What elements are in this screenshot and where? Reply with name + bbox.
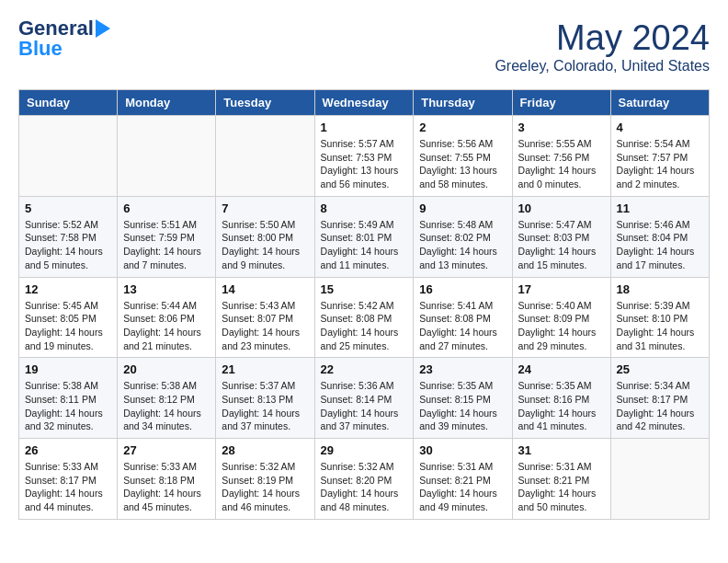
logo: General Blue — [18, 18, 110, 59]
day-info: Sunrise: 5:31 AM Sunset: 8:21 PM Dayligh… — [518, 460, 605, 514]
day-number: 23 — [419, 362, 506, 376]
calendar-week-4: 19Sunrise: 5:38 AM Sunset: 8:11 PM Dayli… — [19, 358, 710, 439]
day-info: Sunrise: 5:31 AM Sunset: 8:21 PM Dayligh… — [419, 460, 506, 514]
calendar-cell: 1Sunrise: 5:57 AM Sunset: 7:53 PM Daylig… — [314, 116, 414, 197]
day-info: Sunrise: 5:39 AM Sunset: 8:10 PM Dayligh… — [617, 299, 703, 353]
day-info: Sunrise: 5:37 AM Sunset: 8:13 PM Dayligh… — [222, 379, 308, 433]
day-info: Sunrise: 5:32 AM Sunset: 8:20 PM Dayligh… — [321, 460, 408, 514]
calendar-table: SundayMondayTuesdayWednesdayThursdayFrid… — [18, 89, 710, 520]
calendar-body: 1Sunrise: 5:57 AM Sunset: 7:53 PM Daylig… — [19, 116, 710, 520]
day-number: 16 — [419, 282, 506, 296]
calendar-cell: 13Sunrise: 5:44 AM Sunset: 8:06 PM Dayli… — [118, 277, 216, 358]
weekday-header-sunday: Sunday — [19, 90, 118, 116]
calendar-week-3: 12Sunrise: 5:45 AM Sunset: 8:05 PM Dayli… — [19, 277, 710, 358]
day-info: Sunrise: 5:57 AM Sunset: 7:53 PM Dayligh… — [321, 137, 408, 191]
page-header: General Blue May 2024 Greeley, Colorado,… — [18, 18, 710, 75]
calendar-cell: 5Sunrise: 5:52 AM Sunset: 7:58 PM Daylig… — [19, 196, 118, 277]
calendar-cell: 22Sunrise: 5:36 AM Sunset: 8:14 PM Dayli… — [314, 358, 414, 439]
calendar-cell: 14Sunrise: 5:43 AM Sunset: 8:07 PM Dayli… — [216, 277, 314, 358]
weekday-header-thursday: Thursday — [414, 90, 512, 116]
day-info: Sunrise: 5:48 AM Sunset: 8:02 PM Dayligh… — [419, 218, 506, 272]
calendar-cell — [610, 439, 709, 520]
day-number: 13 — [123, 282, 210, 296]
title-area: May 2024 Greeley, Colorado, United State… — [495, 18, 710, 75]
calendar-cell: 28Sunrise: 5:32 AM Sunset: 8:19 PM Dayli… — [216, 439, 314, 520]
logo-arrow-icon — [96, 19, 110, 38]
calendar-week-5: 26Sunrise: 5:33 AM Sunset: 8:17 PM Dayli… — [19, 439, 710, 520]
calendar-cell — [216, 116, 314, 197]
calendar-cell: 17Sunrise: 5:40 AM Sunset: 8:09 PM Dayli… — [512, 277, 610, 358]
day-number: 24 — [518, 362, 605, 376]
day-info: Sunrise: 5:47 AM Sunset: 8:03 PM Dayligh… — [518, 218, 605, 272]
day-number: 27 — [123, 443, 210, 457]
day-info: Sunrise: 5:38 AM Sunset: 8:11 PM Dayligh… — [25, 379, 111, 433]
day-number: 2 — [419, 121, 506, 134]
day-number: 31 — [518, 443, 605, 457]
calendar-cell: 24Sunrise: 5:35 AM Sunset: 8:16 PM Dayli… — [512, 358, 610, 439]
day-number: 18 — [617, 282, 703, 296]
day-info: Sunrise: 5:52 AM Sunset: 7:58 PM Dayligh… — [25, 218, 111, 272]
calendar-cell: 7Sunrise: 5:50 AM Sunset: 8:00 PM Daylig… — [216, 196, 314, 277]
day-number: 20 — [123, 362, 210, 376]
calendar-cell: 21Sunrise: 5:37 AM Sunset: 8:13 PM Dayli… — [216, 358, 314, 439]
day-info: Sunrise: 5:40 AM Sunset: 8:09 PM Dayligh… — [518, 299, 605, 353]
day-number: 5 — [25, 201, 111, 215]
day-number: 11 — [617, 201, 703, 215]
day-info: Sunrise: 5:54 AM Sunset: 7:57 PM Dayligh… — [617, 137, 703, 191]
day-number: 3 — [518, 121, 605, 134]
day-number: 30 — [419, 443, 506, 457]
day-info: Sunrise: 5:33 AM Sunset: 8:17 PM Dayligh… — [25, 460, 111, 514]
calendar-cell: 27Sunrise: 5:33 AM Sunset: 8:18 PM Dayli… — [118, 439, 216, 520]
day-info: Sunrise: 5:33 AM Sunset: 8:18 PM Dayligh… — [123, 460, 210, 514]
day-info: Sunrise: 5:43 AM Sunset: 8:07 PM Dayligh… — [222, 299, 308, 353]
calendar-cell: 2Sunrise: 5:56 AM Sunset: 7:55 PM Daylig… — [414, 116, 512, 197]
day-number: 8 — [321, 201, 408, 215]
day-info: Sunrise: 5:38 AM Sunset: 8:12 PM Dayligh… — [123, 379, 210, 433]
day-info: Sunrise: 5:51 AM Sunset: 7:59 PM Dayligh… — [123, 218, 210, 272]
calendar-cell: 3Sunrise: 5:55 AM Sunset: 7:56 PM Daylig… — [512, 116, 610, 197]
day-info: Sunrise: 5:50 AM Sunset: 8:00 PM Dayligh… — [222, 218, 308, 272]
day-info: Sunrise: 5:35 AM Sunset: 8:16 PM Dayligh… — [518, 379, 605, 433]
weekday-header-wednesday: Wednesday — [314, 90, 414, 116]
day-info: Sunrise: 5:35 AM Sunset: 8:15 PM Dayligh… — [419, 379, 506, 433]
calendar-cell: 30Sunrise: 5:31 AM Sunset: 8:21 PM Dayli… — [414, 439, 512, 520]
day-info: Sunrise: 5:45 AM Sunset: 8:05 PM Dayligh… — [25, 299, 111, 353]
day-number: 25 — [617, 362, 703, 376]
day-info: Sunrise: 5:44 AM Sunset: 8:06 PM Dayligh… — [123, 299, 210, 353]
day-number: 29 — [321, 443, 408, 457]
calendar-cell: 12Sunrise: 5:45 AM Sunset: 8:05 PM Dayli… — [19, 277, 118, 358]
day-number: 6 — [123, 201, 210, 215]
calendar-cell: 10Sunrise: 5:47 AM Sunset: 8:03 PM Dayli… — [512, 196, 610, 277]
day-number: 12 — [25, 282, 111, 296]
day-info: Sunrise: 5:49 AM Sunset: 8:01 PM Dayligh… — [321, 218, 408, 272]
day-number: 1 — [321, 121, 408, 134]
day-info: Sunrise: 5:42 AM Sunset: 8:08 PM Dayligh… — [321, 299, 408, 353]
calendar-cell: 18Sunrise: 5:39 AM Sunset: 8:10 PM Dayli… — [610, 277, 709, 358]
day-info: Sunrise: 5:36 AM Sunset: 8:14 PM Dayligh… — [321, 379, 408, 433]
day-number: 4 — [617, 121, 703, 134]
day-info: Sunrise: 5:56 AM Sunset: 7:55 PM Dayligh… — [419, 137, 506, 191]
day-number: 21 — [222, 362, 308, 376]
day-number: 9 — [419, 201, 506, 215]
day-number: 19 — [25, 362, 111, 376]
day-info: Sunrise: 5:34 AM Sunset: 8:17 PM Dayligh… — [617, 379, 703, 433]
calendar-cell: 11Sunrise: 5:46 AM Sunset: 8:04 PM Dayli… — [610, 196, 709, 277]
day-number: 15 — [321, 282, 408, 296]
calendar-cell: 26Sunrise: 5:33 AM Sunset: 8:17 PM Dayli… — [19, 439, 118, 520]
weekday-header-tuesday: Tuesday — [216, 90, 314, 116]
calendar-cell: 20Sunrise: 5:38 AM Sunset: 8:12 PM Dayli… — [118, 358, 216, 439]
logo-blue-text: Blue — [18, 39, 110, 59]
calendar-header-row: SundayMondayTuesdayWednesdayThursdayFrid… — [19, 90, 710, 116]
logo-general-text: General — [18, 18, 94, 39]
day-number: 26 — [25, 443, 111, 457]
calendar-cell — [118, 116, 216, 197]
day-info: Sunrise: 5:55 AM Sunset: 7:56 PM Dayligh… — [518, 137, 605, 191]
weekday-header-monday: Monday — [118, 90, 216, 116]
day-number: 28 — [222, 443, 308, 457]
day-info: Sunrise: 5:41 AM Sunset: 8:08 PM Dayligh… — [419, 299, 506, 353]
calendar-cell: 6Sunrise: 5:51 AM Sunset: 7:59 PM Daylig… — [118, 196, 216, 277]
weekday-header-friday: Friday — [512, 90, 610, 116]
calendar-cell: 8Sunrise: 5:49 AM Sunset: 8:01 PM Daylig… — [314, 196, 414, 277]
day-number: 22 — [321, 362, 408, 376]
calendar-cell: 19Sunrise: 5:38 AM Sunset: 8:11 PM Dayli… — [19, 358, 118, 439]
